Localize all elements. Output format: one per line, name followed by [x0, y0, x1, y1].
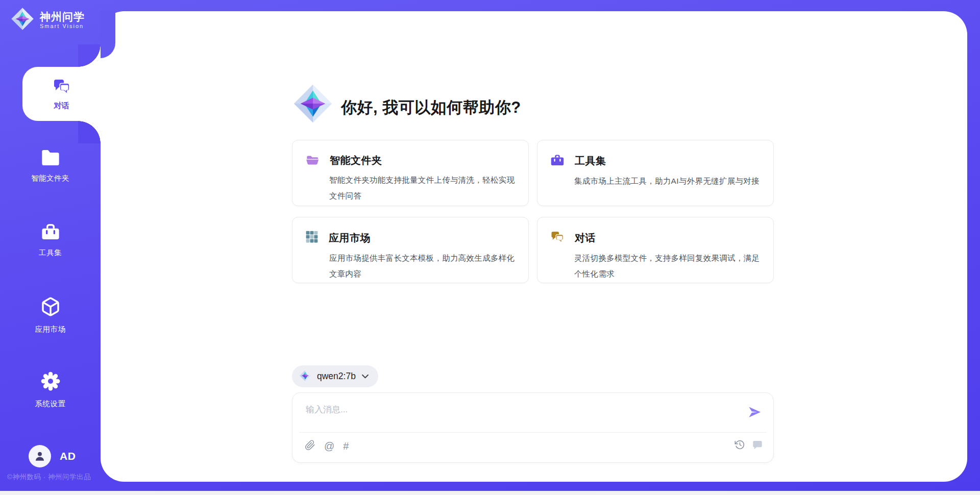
card-title: 对话 [575, 231, 596, 245]
message-composer: @ # [292, 392, 774, 463]
app-root: 神州问学 Smart Vision 对话 智能文件夹 [0, 0, 980, 495]
message-input[interactable] [306, 402, 729, 417]
copyright-text: ©神州数码 · 神州问学出品 [7, 473, 91, 482]
sidebar-item-chat[interactable]: 对话 [22, 67, 101, 121]
card-app-market[interactable]: 应用市场 应用市场提供丰富长文本模板，助力高效生成多样化文章内容 [292, 217, 529, 283]
sidebar-item-folders[interactable]: 智能文件夹 [0, 149, 101, 183]
folder-icon [40, 149, 61, 168]
attach-file-button[interactable] [305, 440, 315, 452]
active-tab-top-fillet [78, 44, 101, 67]
sidebar-item-label: 对话 [54, 101, 69, 111]
card-smart-folder[interactable]: 智能文件夹 智能文件夹功能支持批量文件上传与清洗，轻松实现文件问答 [292, 140, 529, 206]
chat-bubble-icon [752, 440, 763, 451]
sidebar-item-settings[interactable]: 系统设置 [0, 370, 101, 409]
history-clock-icon [734, 439, 745, 452]
avatar [29, 445, 51, 467]
card-description: 智能文件夹功能支持批量文件上传与清洗，轻松实现文件问答 [329, 172, 515, 204]
composer-tools: @ # [305, 440, 349, 452]
toolbox-icon [41, 222, 60, 243]
brand-name: 神州问学 [40, 11, 85, 23]
greeting-diamond-logo-icon [292, 82, 334, 128]
sidebar-item-label: 系统设置 [35, 399, 66, 409]
bottom-scrollbar-track[interactable] [0, 491, 980, 495]
active-tab-bottom-fillet [78, 121, 101, 143]
brand-diamond-logo-icon [10, 7, 35, 33]
send-button[interactable] [747, 405, 762, 420]
chat-history-button[interactable] [752, 440, 763, 451]
greeting-title: 你好, 我可以如何帮助你? [341, 97, 521, 118]
sidebar-item-label: 工具集 [39, 248, 62, 258]
card-description: 应用市场提供丰富长文本模板，助力高效生成多样化文章内容 [329, 250, 515, 282]
hash-icon: # [343, 441, 349, 451]
chat-bubbles-icon [550, 230, 565, 245]
composer-divider [299, 432, 767, 433]
gear-icon [40, 370, 61, 394]
card-description: 灵活切换多模型文件，支持多样回复效果调试，满足个性化需求 [574, 250, 760, 282]
composer-right-tools [734, 439, 763, 452]
card-chat[interactable]: 对话 灵活切换多模型文件，支持多样回复效果调试，满足个性化需求 [537, 217, 774, 283]
folder-open-icon [305, 153, 320, 167]
grid-icon [305, 230, 318, 245]
model-selector[interactable]: qwen2:7b [292, 365, 378, 387]
toolbox-icon [550, 153, 565, 168]
paperclip-icon [305, 440, 315, 452]
card-title: 应用市场 [329, 231, 371, 245]
chat-bubbles-icon [53, 78, 71, 97]
at-sign-icon: @ [324, 441, 334, 451]
user-profile[interactable]: AD [29, 445, 76, 467]
model-diamond-logo-icon [299, 369, 311, 384]
sidebar-item-label: 智能文件夹 [31, 174, 69, 183]
history-button[interactable] [734, 439, 745, 452]
card-description: 集成市场上主流工具，助力AI与外界无缝扩展与对接 [574, 173, 760, 189]
chevron-down-icon [361, 372, 369, 381]
hashtag-button[interactable]: # [343, 441, 349, 451]
feature-cards: 智能文件夹 智能文件夹功能支持批量文件上传与清洗，轻松实现文件问答 工具集 [292, 140, 774, 283]
cube-icon [40, 296, 61, 319]
sidebar-item-tools[interactable]: 工具集 [0, 222, 101, 258]
brand: 神州问学 Smart Vision [10, 7, 85, 33]
user-initials: AD [60, 450, 76, 462]
card-toolset[interactable]: 工具集 集成市场上主流工具，助力AI与外界无缝扩展与对接 [537, 140, 774, 206]
card-title: 智能文件夹 [330, 154, 382, 167]
card-title: 工具集 [575, 154, 606, 168]
mention-button[interactable]: @ [324, 441, 334, 451]
brand-subtitle: Smart Vision [40, 23, 85, 29]
sidebar-item-label: 应用市场 [35, 325, 66, 334]
sidebar-item-apps[interactable]: 应用市场 [0, 296, 101, 334]
model-name: qwen2:7b [317, 371, 356, 382]
